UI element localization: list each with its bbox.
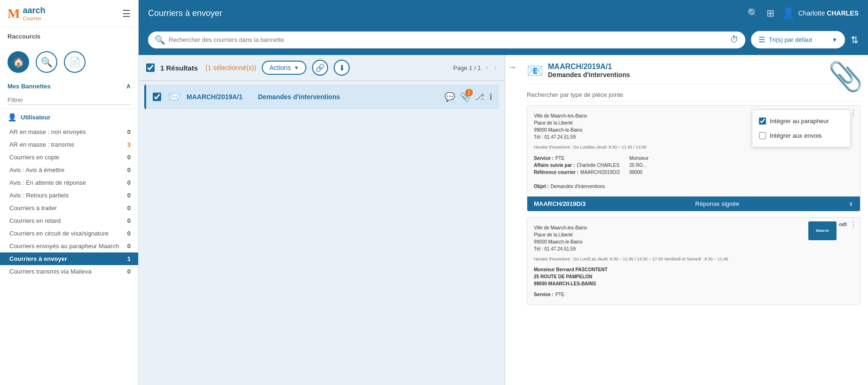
footer-ref: MAARCH/2019D/3 (534, 200, 586, 207)
objet-field: Objet : Demandes d'interventions (534, 183, 620, 190)
add-shortcut[interactable]: 📄 (64, 51, 86, 73)
menu-item-avis-retours[interactable]: Avis : Retours partiels 0 (0, 189, 138, 202)
comment-icon[interactable]: 💬 (445, 92, 455, 102)
recipient-block: Monsieur 25 RO... 99000 (629, 155, 649, 190)
letter-content-2: Ville de Maarch-les-Bains Place de la Li… (534, 224, 853, 299)
sort-icon: ☰ (759, 35, 765, 44)
footer-chevron-icon[interactable]: ∨ (849, 200, 853, 207)
search-input[interactable] (169, 36, 727, 43)
more-options-icon-2[interactable]: ⋮ (850, 220, 857, 229)
menu-item-courriers-circuit[interactable]: Courriers en circuit de visa/signature 0 (0, 227, 138, 240)
utilisateur-icon: 👤 (8, 113, 17, 122)
results-count: 1 Résultats (160, 64, 198, 72)
menu-item-avis-attente[interactable]: Avis : En attente de réponse 0 (0, 176, 138, 189)
sort-select[interactable]: ☰ Tri(s) par défaut ▼ (751, 31, 845, 48)
attachment-icon[interactable]: 📎 2 (460, 92, 470, 102)
list-toolbar: 1 Résultats (1 sélectionné(s)) Actions ▼… (139, 55, 505, 81)
parapheur-checkbox[interactable] (759, 118, 766, 125)
envois-checkbox[interactable] (759, 132, 766, 139)
menu-item-courriers-envoyer[interactable]: Courriers à envoyer 1 (0, 252, 138, 265)
filter-row (0, 94, 138, 109)
logo-brand-bottom: Courrier (23, 16, 45, 21)
hamburger-icon[interactable]: ☰ (122, 8, 131, 19)
home-shortcut[interactable]: 🏠 (8, 51, 29, 73)
mes-bannettes-header[interactable]: Mes Bannettes ∧ (0, 79, 138, 94)
user-info: 👤 Charlotte CHARLES (782, 7, 859, 19)
menu-item-count: 0 (127, 154, 131, 161)
download-button[interactable]: ⬇ (334, 60, 350, 76)
menu-item-avis-emettre[interactable]: Avis : Avis à émettre 0 (0, 164, 138, 176)
menu-item-count: 0 (127, 166, 131, 173)
right-panel-ref: MAARCH/2019A/1 (548, 63, 630, 71)
filter-input[interactable] (8, 95, 131, 105)
recipient-2: Monsieur Bernard PASCONTENT 25 ROUTE DE … (534, 266, 853, 287)
menu-item-courriers-parapheur[interactable]: Courriers envoyés au parapheur Maarch 0 (0, 240, 138, 252)
next-page-button[interactable]: › (493, 63, 497, 73)
user-display-name: Charlotte CHARLES (798, 9, 859, 17)
menu-item-label: Courriers envoyés au parapheur Maarch (9, 243, 119, 250)
menu-item-count: 0 (127, 204, 131, 212)
menu-item-label: Courriers à traiter (9, 204, 57, 212)
item-actions: 💬 📎 2 ⎇ ℹ (445, 92, 493, 102)
horaire-line-2: Horaire d'ouverture : Du Lundi au Jeudi:… (534, 256, 853, 263)
dropdown-popup: Intégrer au parapheur Intégrer aux envoi… (752, 110, 851, 147)
main: Courriers à envoyer 🔍 ⊞ 👤 Charlotte CHAR… (139, 0, 868, 385)
actions-button[interactable]: Actions ▼ (262, 61, 306, 75)
menu-item-ar-masse-non[interactable]: AR en masse : non envoyés 0 (0, 126, 138, 138)
menu-item-count: 0 (127, 179, 131, 186)
menu-item-courriers-copie[interactable]: Courriers en copie 0 (0, 151, 138, 164)
menu-item-label: Courriers à envoyer (9, 255, 67, 262)
menu-item-ar-masse-transmis[interactable]: AR en masse : transmis 3 (0, 138, 138, 151)
select-all-checkbox[interactable] (146, 63, 155, 72)
list-item[interactable]: 📨 MAARCH/2019A/1 Demandes d'intervention… (144, 85, 499, 109)
workflow-icon[interactable]: ⎇ (475, 92, 485, 102)
menu-item-count: 3 (127, 141, 131, 148)
affaire-field: Affaire suivie par : Charlotte CHARLES (534, 162, 620, 169)
more-options-icon[interactable]: ⋮ (850, 109, 857, 118)
dropdown-item-envois[interactable]: Intégrer aux envois (752, 128, 850, 143)
menu-item-courriers-retard[interactable]: Courriers en retard 0 (0, 214, 138, 227)
content-area: 1 Résultats (1 sélectionné(s)) Actions ▼… (139, 55, 868, 385)
item-ref: MAARCH/2019A/1 (187, 93, 252, 101)
dropdown-item-parapheur[interactable]: Intégrer au parapheur (752, 114, 850, 128)
envois-label: Intégrer aux envois (770, 132, 822, 139)
filter-icon[interactable]: ⇅ (851, 34, 859, 46)
logo-brand: aarch Courrier (23, 6, 45, 21)
right-panel: 📎 📧 MAARCH/2019A/1 Demandes d'interventi… (519, 55, 868, 385)
logo-m: M (8, 6, 20, 21)
sidebar-logo: M aarch Courrier ☰ (0, 0, 138, 27)
logo-brand-top: aarch (23, 6, 45, 16)
search-shortcut[interactable]: 🔍 (36, 51, 57, 73)
menu-item-label: Courriers en retard (9, 217, 61, 224)
search-icon[interactable]: 🔍 (747, 8, 759, 19)
arrow-divider[interactable]: → (505, 55, 519, 385)
link-button[interactable]: 🔗 (312, 60, 328, 76)
item-checkbox[interactable] (153, 93, 161, 101)
pagination-label: Page 1 / 1 (453, 64, 481, 71)
menu-item-label: Courriers transmis via Maileva (9, 268, 92, 275)
right-panel-header: 📧 MAARCH/2019A/1 Demandes d'intervention… (527, 63, 860, 85)
service-field-2: Service : PTE (534, 291, 853, 298)
topbar-right: 🔍 ⊞ 👤 Charlotte CHARLES (747, 7, 859, 19)
clock-icon[interactable]: ⏱ (730, 35, 739, 45)
menu-item-count: 0 (127, 243, 131, 250)
menu-list: AR en masse : non envoyés 0 AR en masse … (0, 126, 138, 278)
odt-badge: odt (839, 221, 847, 227)
menu-item-count: 0 (127, 128, 131, 135)
menu-item-courriers-traiter[interactable]: Courriers à traiter 0 (0, 202, 138, 214)
pj-search-label: Rechercher par type de pièce jointe (527, 91, 860, 102)
item-subject: Demandes d'interventions (258, 93, 439, 101)
menu-item-courriers-maileva[interactable]: Courriers transmis via Maileva 0 (0, 265, 138, 278)
grid-icon[interactable]: ⊞ (766, 8, 774, 19)
raccourcis-label: Raccourcis (8, 33, 131, 40)
letter-fields: Service : PTE Affaire suivie par : Charl… (534, 155, 620, 190)
menu-item-count: 0 (127, 192, 131, 199)
info-icon[interactable]: ℹ (489, 92, 493, 102)
search-icon-inner: 🔍 (155, 35, 165, 45)
attachment-badge: 2 (465, 89, 473, 96)
menu-item-label: Avis : Avis à émettre (9, 166, 64, 173)
prev-page-button[interactable]: ‹ (485, 63, 489, 73)
utilisateur-header: 👤 Utilisateur (0, 109, 138, 126)
sender-address-2: Ville de Maarch-les-Bains Place de la Li… (534, 224, 853, 252)
letter-logo-2: Maarch (808, 221, 837, 240)
